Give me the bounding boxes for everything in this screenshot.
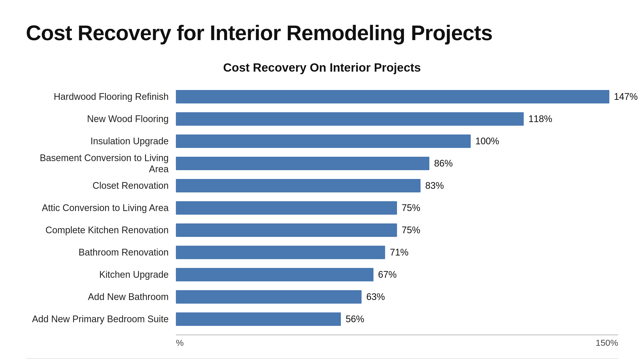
bar-track: 75%	[176, 201, 618, 215]
footer: 2022 Remodeling Impact Report R NATIONAL…	[26, 358, 618, 360]
bar-row: Hardwood Flooring Refinish147%	[26, 87, 618, 106]
bar-row: New Wood Flooring118%	[26, 110, 618, 128]
bar-track: 100%	[176, 134, 618, 148]
bar-row: Add New Bathroom63%	[26, 288, 618, 306]
bar-value-label: 67%	[378, 269, 397, 280]
bar-value-label: 63%	[366, 291, 385, 302]
bar-label: Insulation Upgrade	[26, 136, 176, 147]
bar-value-label: 118%	[528, 114, 552, 124]
bar-track: 147%	[176, 90, 618, 103]
bar-label: Complete Kitchen Renovation	[26, 224, 176, 236]
bar-fill	[176, 246, 385, 259]
bar-label: Closet Renovation	[26, 180, 176, 191]
bar-value-label: 147%	[614, 91, 638, 102]
axis-labels: %150%	[176, 335, 618, 348]
bar-track: 63%	[176, 290, 618, 304]
bar-row: Add New Primary Bedroom Suite56%	[26, 310, 618, 328]
axis-label: 150%	[596, 338, 618, 348]
bar-label: Basement Conversion to Living Area	[26, 152, 176, 175]
bar-track: 118%	[176, 112, 618, 126]
bar-row: Closet Renovation83%	[26, 176, 618, 195]
bar-track: 67%	[176, 268, 618, 281]
bar-row: Bathroom Renovation71%	[26, 243, 618, 262]
axis-row: %150%	[26, 335, 618, 348]
bar-track: 86%	[176, 157, 618, 170]
bar-row: Basement Conversion to Living Area86%	[26, 154, 618, 173]
bar-fill	[176, 157, 429, 170]
page-title: Cost Recovery for Interior Remodeling Pr…	[26, 21, 618, 45]
bar-fill	[176, 134, 471, 148]
bar-fill	[176, 90, 609, 103]
bar-value-label: 71%	[390, 247, 408, 258]
bar-value-label: 56%	[346, 314, 364, 325]
bar-fill	[176, 268, 373, 281]
bar-fill	[176, 223, 397, 237]
bar-value-label: 75%	[402, 202, 420, 213]
bar-row: Insulation Upgrade100%	[26, 132, 618, 151]
bar-label: Attic Conversion to Living Area	[26, 202, 176, 213]
bar-label: Bathroom Renovation	[26, 247, 176, 258]
bar-value-label: 83%	[425, 180, 444, 191]
bar-track: 56%	[176, 312, 618, 326]
bar-track: 71%	[176, 246, 618, 259]
chart-title: Cost Recovery On Interior Projects	[223, 61, 421, 74]
bar-label: New Wood Flooring	[26, 113, 176, 124]
bar-fill	[176, 312, 341, 326]
bar-track: 75%	[176, 223, 618, 237]
chart-container: Cost Recovery On Interior Projects Hardw…	[26, 61, 618, 348]
bar-track: 83%	[176, 179, 618, 192]
bar-fill	[176, 290, 362, 304]
bar-value-label: 75%	[402, 225, 420, 236]
bar-row: Complete Kitchen Renovation75%	[26, 221, 618, 239]
bar-label: Kitchen Upgrade	[26, 269, 176, 280]
bar-fill	[176, 179, 421, 192]
bar-row: Attic Conversion to Living Area75%	[26, 199, 618, 217]
bar-row: Kitchen Upgrade67%	[26, 265, 618, 284]
bar-fill	[176, 112, 524, 126]
bar-value-label: 100%	[475, 136, 499, 147]
page: Cost Recovery for Interior Remodeling Pr…	[0, 0, 644, 360]
bar-label: Add New Bathroom	[26, 291, 176, 302]
bar-fill	[176, 201, 397, 215]
bar-value-label: 86%	[434, 158, 453, 169]
chart-area: Hardwood Flooring Refinish147%New Wood F…	[26, 87, 618, 348]
bar-label: Hardwood Flooring Refinish	[26, 91, 176, 102]
bar-label: Add New Primary Bedroom Suite	[26, 313, 176, 325]
axis-label: %	[176, 338, 184, 348]
